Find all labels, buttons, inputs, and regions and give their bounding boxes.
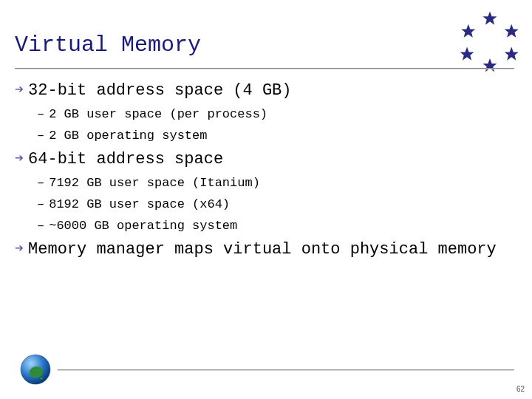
sub-bullet: – 7192 GB user space (Itanium)	[37, 176, 514, 190]
arrow-icon: ➔	[15, 151, 24, 166]
svg-marker-2	[505, 47, 519, 61]
bullet-text: 32-bit address space (4 GB)	[28, 81, 291, 100]
svg-marker-0	[483, 11, 497, 24]
svg-marker-1	[505, 24, 519, 38]
sub-bullet: – 2 GB operating system	[37, 129, 514, 143]
svg-marker-3	[483, 58, 497, 72]
dash-icon: –	[37, 107, 44, 121]
dash-icon: –	[37, 197, 44, 211]
footer-rule	[58, 369, 514, 371]
svg-point-7	[40, 377, 43, 379]
svg-marker-4	[460, 47, 474, 61]
bullet-text: 64-bit address space	[28, 150, 223, 168]
sub-bullet-text: 2 GB user space (per process)	[49, 107, 267, 121]
slide: Virtual Memory ➔ 32-bit address space (4…	[0, 0, 532, 399]
sub-bullet: – ~6000 GB operating system	[37, 219, 514, 233]
svg-marker-5	[461, 24, 475, 38]
sub-bullet-text: 2 GB operating system	[49, 129, 207, 143]
slide-body: ➔ 32-bit address space (4 GB) – 2 GB use…	[15, 77, 514, 262]
sub-bullet: – 8192 GB user space (x64)	[37, 197, 514, 211]
bullet-32bit: ➔ 32-bit address space (4 GB)	[15, 81, 514, 100]
dash-icon: –	[37, 129, 44, 143]
sub-bullet-text: ~6000 GB operating system	[49, 219, 237, 233]
sub-bullet-text: 8192 GB user space (x64)	[49, 197, 230, 211]
page-number: 62	[516, 385, 525, 393]
globe-australia-icon	[19, 353, 52, 386]
bullet-64bit: ➔ 64-bit address space	[15, 150, 514, 168]
arrow-icon: ➔	[15, 242, 24, 256]
title-underline	[15, 68, 514, 69]
star-ring-logo	[458, 9, 522, 72]
dash-icon: –	[37, 219, 44, 233]
bullet-memory-manager: ➔ Memory manager maps virtual onto physi…	[15, 240, 514, 259]
sub-bullet: – 2 GB user space (per process)	[37, 107, 514, 121]
sub-bullet-text: 7192 GB user space (Itanium)	[49, 176, 260, 190]
bullet-text: Memory manager maps virtual onto physica…	[28, 240, 497, 259]
arrow-icon: ➔	[15, 83, 24, 98]
dash-icon: –	[37, 176, 44, 190]
slide-title: Virtual Memory	[15, 33, 201, 58]
